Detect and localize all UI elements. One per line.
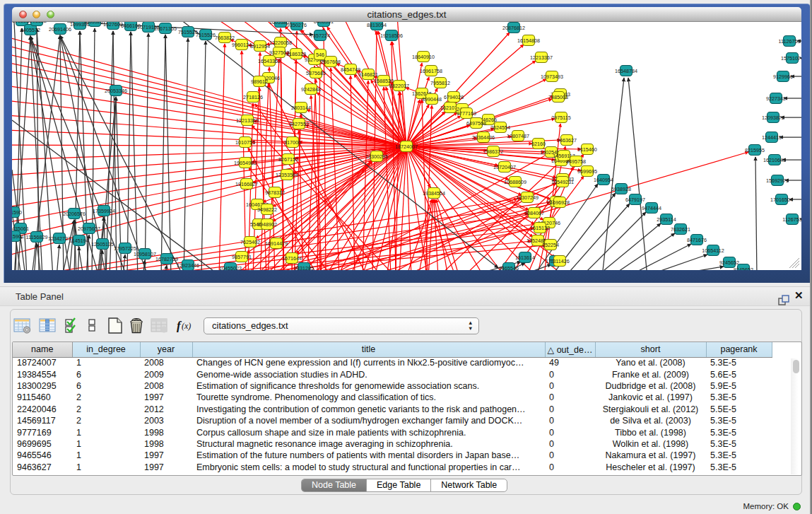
svg-text:16782759: 16782759 — [155, 256, 178, 262]
svg-text:9084067: 9084067 — [524, 210, 544, 216]
svg-text:12923446: 12923446 — [177, 262, 199, 269]
svg-text:8813054: 8813054 — [367, 22, 387, 28]
svg-text:3915901: 3915901 — [12, 233, 24, 240]
svg-text:8990448: 8990448 — [422, 96, 442, 103]
svg-text:9699695: 9699695 — [577, 168, 597, 175]
svg-text:8186328: 8186328 — [286, 51, 306, 57]
svg-text:9350276: 9350276 — [287, 22, 307, 28]
svg-text:917006: 917006 — [284, 139, 301, 146]
svg-text:9146821: 9146821 — [358, 71, 378, 78]
svg-text:2718126: 2718126 — [243, 94, 263, 100]
svg-text:12353594: 12353594 — [276, 172, 298, 178]
svg-text:20364436: 20364436 — [472, 134, 495, 141]
svg-text:391590: 391590 — [12, 209, 22, 216]
svg-text:7663822: 7663822 — [215, 35, 235, 41]
svg-text:9463627: 9463627 — [557, 137, 577, 144]
svg-text:252254: 252254 — [542, 242, 559, 248]
svg-text:8822037: 8822037 — [389, 83, 409, 89]
svg-text:16914479: 16914479 — [265, 240, 288, 247]
svg-text:12342737: 12342737 — [48, 235, 71, 242]
svg-text:10688609: 10688609 — [504, 179, 526, 185]
svg-text:7625402: 7625402 — [240, 239, 260, 245]
svg-text:7311426: 7311426 — [550, 258, 569, 264]
svg-text:9405572: 9405572 — [20, 27, 40, 33]
svg-text:8215955: 8215955 — [745, 147, 765, 153]
svg-text:1513614: 1513614 — [515, 255, 535, 261]
svg-text:20053346: 20053346 — [105, 88, 127, 94]
svg-text:2867608: 2867608 — [321, 59, 341, 65]
svg-text:1010755: 1010755 — [235, 139, 255, 146]
svg-text:19166827: 19166827 — [235, 181, 258, 187]
svg-text:20876812: 20876812 — [502, 25, 525, 31]
svg-text:10807487: 10807487 — [507, 133, 529, 139]
svg-text:9227342: 9227342 — [766, 95, 786, 102]
svg-text:19384554: 19384554 — [423, 190, 445, 197]
svg-text:17359924: 17359924 — [93, 208, 115, 214]
svg-text:1571644: 1571644 — [282, 255, 302, 262]
svg-text:9245652: 9245652 — [734, 267, 753, 271]
svg-text:7986372: 7986372 — [483, 148, 503, 155]
svg-text:15692971: 15692971 — [766, 177, 789, 184]
svg-text:9474444: 9474444 — [642, 205, 661, 211]
svg-text:9948902: 9948902 — [257, 221, 277, 228]
svg-text:62160: 62160 — [531, 141, 546, 147]
svg-text:8471676: 8471676 — [687, 237, 707, 243]
svg-text:10455023: 10455023 — [219, 265, 242, 271]
svg-text:6794028: 6794028 — [444, 94, 464, 100]
svg-text:9129966: 9129966 — [773, 74, 793, 80]
svg-text:9878332: 9878332 — [265, 189, 285, 196]
svg-text:1145194: 1145194 — [69, 238, 88, 244]
svg-text:20975657: 20975657 — [78, 226, 100, 232]
svg-text:9777169: 9777169 — [457, 110, 476, 117]
svg-text:8454749: 8454749 — [341, 66, 360, 73]
svg-text:10671355: 10671355 — [154, 25, 177, 32]
svg-text:16210643: 16210643 — [763, 157, 786, 163]
svg-text:7515526: 7515526 — [178, 29, 198, 35]
svg-text:12213369: 12213369 — [236, 117, 259, 124]
svg-text:7955812: 7955812 — [430, 80, 450, 86]
svg-text:1640954: 1640954 — [594, 177, 613, 183]
svg-text:8408351: 8408351 — [314, 22, 334, 25]
svg-text:13226058: 13226058 — [269, 40, 292, 46]
svg-text:2803144: 2803144 — [291, 105, 311, 111]
svg-text:18640910: 18640910 — [412, 54, 435, 60]
svg-text:8495758: 8495758 — [566, 158, 586, 165]
svg-text:8427552: 8427552 — [289, 121, 309, 127]
svg-text:9242848: 9242848 — [301, 86, 321, 93]
svg-text:546: 546 — [316, 52, 324, 58]
svg-text:8912954: 8912954 — [250, 43, 270, 49]
svg-text:6479197: 6479197 — [625, 197, 645, 203]
svg-text:10973493: 10973493 — [541, 74, 563, 80]
svg-text:2935114: 2935114 — [657, 216, 676, 223]
svg-text:1527602: 1527602 — [103, 22, 123, 28]
svg-text:3624554: 3624554 — [490, 124, 510, 131]
svg-text:1615132: 1615132 — [530, 225, 550, 231]
svg-text:18724007: 18724007 — [395, 144, 418, 150]
svg-text:16543362: 16543362 — [258, 58, 281, 64]
svg-text:7857224: 7857224 — [310, 33, 330, 39]
svg-text:12505135: 12505135 — [91, 241, 114, 247]
svg-text:5938928: 5938928 — [611, 186, 631, 192]
svg-text:3498222: 3498222 — [257, 206, 277, 213]
svg-text:1696928: 1696928 — [550, 199, 570, 206]
svg-text:7485003: 7485003 — [548, 94, 568, 100]
svg-text:20206576: 20206576 — [63, 211, 86, 217]
svg-text:12213367: 12213367 — [530, 54, 553, 61]
svg-text:9857791: 9857791 — [232, 254, 252, 260]
svg-text:1244415: 1244415 — [762, 134, 782, 141]
svg-text:9960124: 9960124 — [232, 42, 252, 48]
svg-text:18307249: 18307249 — [516, 194, 539, 201]
svg-text:17016504: 17016504 — [770, 197, 793, 203]
svg-text:9115460: 9115460 — [577, 146, 596, 153]
svg-text:15751074: 15751074 — [781, 55, 801, 62]
svg-text:16548784: 16548784 — [615, 68, 637, 74]
svg-text:2975115: 2975115 — [551, 115, 570, 121]
svg-text:19218506: 19218506 — [380, 33, 403, 39]
svg-text:7515526: 7515526 — [196, 32, 216, 38]
svg-text:9245652: 9245652 — [719, 259, 739, 266]
svg-text:10654112: 10654112 — [702, 247, 724, 254]
svg-text:16961758: 16961758 — [420, 68, 442, 74]
svg-text:7632621: 7632621 — [671, 226, 690, 233]
svg-text:20691406: 20691406 — [49, 26, 71, 33]
svg-text:11126753: 11126753 — [779, 38, 801, 45]
